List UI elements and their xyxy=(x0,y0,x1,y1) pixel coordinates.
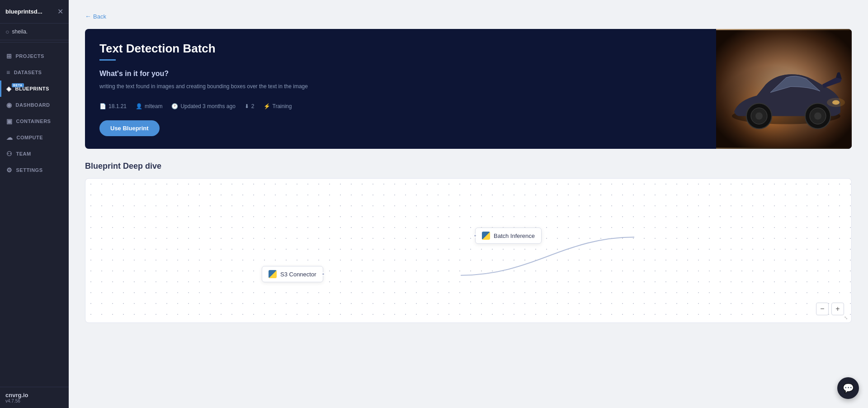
sidebar-brand: blueprintsd... xyxy=(5,8,42,15)
diagram-container[interactable]: S3 Connector Batch Inference − + ⤡ xyxy=(85,178,852,323)
car-illustration xyxy=(716,29,852,149)
sidebar-item-blueprints[interactable]: ◈ BETA BLUEPRINTS xyxy=(0,81,69,97)
sidebar-item-datasets[interactable]: ≡ DATASETS xyxy=(0,64,69,81)
deep-dive-title: Blueprint Deep dive xyxy=(85,161,852,171)
blueprint-meta: 📄 18.1.21 👤 mlteam 🕐 Updated 3 months ag… xyxy=(99,103,702,109)
sidebar-divider xyxy=(0,42,69,43)
s3-right-port xyxy=(321,272,325,276)
sidebar-header: blueprintsd... ✕ xyxy=(0,0,69,24)
sidebar-item-label: SETTINGS xyxy=(16,167,43,173)
batch-left-port xyxy=(473,234,477,237)
sidebar-item-settings[interactable]: ⚙ SETTINGS xyxy=(0,162,69,178)
back-label: Back xyxy=(93,13,106,20)
sidebar-item-label: DASHBOARD xyxy=(16,102,50,108)
blueprint-title: Text Detection Batch xyxy=(99,42,702,56)
sidebar-item-team[interactable]: ⚇ TEAM xyxy=(0,146,69,162)
blueprint-description: writing the text found in images and cre… xyxy=(99,82,702,90)
author-value: mlteam xyxy=(145,103,162,109)
diagram-controls: − + xyxy=(816,303,844,315)
blueprint-subtitle: What's in it for you? xyxy=(99,70,702,78)
meta-downloads: ⬇ 2 xyxy=(245,103,255,109)
blueprint-title-underline xyxy=(99,59,116,61)
zoom-out-button[interactable]: − xyxy=(816,303,829,315)
meta-version: 📄 18.1.21 xyxy=(99,103,127,109)
sidebar: blueprintsd... ✕ ○ sheila. ⊞ PROJECTS ≡ … xyxy=(0,0,69,408)
sidebar-item-label: PROJECTS xyxy=(16,53,44,59)
blueprints-icon: ◈ xyxy=(6,85,12,92)
clock-icon: 🕐 xyxy=(171,103,178,109)
use-blueprint-button[interactable]: Use Blueprint xyxy=(99,120,160,136)
svg-point-8 xyxy=(814,113,821,120)
svg-point-5 xyxy=(755,113,763,120)
version-value: 18.1.21 xyxy=(108,103,127,109)
sidebar-item-dashboard[interactable]: ◉ DASHBOARD xyxy=(0,97,69,113)
footer-brand: cnvrg.io xyxy=(5,392,63,399)
zoom-in-button[interactable]: + xyxy=(831,303,844,315)
chat-bubble[interactable]: 💬 xyxy=(837,377,859,399)
s3-connector-node[interactable]: S3 Connector xyxy=(262,266,323,282)
sidebar-item-compute[interactable]: ☁ COMPUTE xyxy=(0,129,69,146)
batch-inference-node[interactable]: Batch Inference xyxy=(475,228,542,244)
back-link[interactable]: ← Back xyxy=(85,13,852,20)
main-content: ← Back Text Detection Batch What's in it… xyxy=(69,0,868,408)
compute-icon: ☁ xyxy=(6,134,13,141)
sidebar-nav: ⊞ PROJECTS ≡ DATASETS ◈ BETA BLUEPRINTS … xyxy=(0,44,69,387)
footer-version: v4.7.56 xyxy=(5,399,63,403)
chat-icon: 💬 xyxy=(843,383,854,394)
beta-badge: BETA xyxy=(12,83,24,87)
containers-icon: ▣ xyxy=(6,118,13,125)
file-icon: 📄 xyxy=(99,103,106,109)
s3-connector-label: S3 Connector xyxy=(280,271,316,278)
sidebar-item-containers[interactable]: ▣ CONTAINERS xyxy=(0,113,69,129)
download-icon: ⬇ xyxy=(245,103,249,109)
svg-point-10 xyxy=(827,98,845,107)
user-icon: ○ xyxy=(5,28,9,35)
updated-value: Updated 3 months ago xyxy=(180,103,235,109)
meta-tag: ⚡ Training xyxy=(264,103,292,109)
sidebar-item-label: CONTAINERS xyxy=(16,119,51,124)
sidebar-item-label: DATASETS xyxy=(14,70,42,75)
diagram-dots-bg xyxy=(85,179,851,323)
user-meta-icon: 👤 xyxy=(136,103,142,109)
team-icon: ⚇ xyxy=(6,150,13,157)
tag-icon: ⚡ xyxy=(264,103,270,109)
settings-icon: ⚙ xyxy=(6,166,13,174)
blueprint-image xyxy=(716,29,852,149)
sidebar-item-label: COMPUTE xyxy=(17,135,43,140)
blueprint-content: Text Detection Batch What's in it for yo… xyxy=(85,29,716,149)
batch-inference-label: Batch Inference xyxy=(494,232,535,239)
tag-value: Training xyxy=(273,103,292,109)
sidebar-user: ○ sheila. xyxy=(0,24,69,40)
python-icon xyxy=(269,270,277,278)
resize-handle[interactable]: ⤡ xyxy=(844,315,849,321)
back-arrow-icon: ← xyxy=(85,13,91,20)
sidebar-close-icon[interactable]: ✕ xyxy=(57,7,63,16)
python-icon-2 xyxy=(482,232,490,240)
downloads-value: 2 xyxy=(251,103,255,109)
dashboard-icon: ◉ xyxy=(6,101,12,109)
projects-icon: ⊞ xyxy=(6,52,12,60)
datasets-icon: ≡ xyxy=(6,69,10,76)
sidebar-footer: cnvrg.io v4.7.56 xyxy=(0,387,69,408)
meta-author: 👤 mlteam xyxy=(136,103,162,109)
sidebar-username: sheila. xyxy=(12,28,28,35)
sidebar-item-label: TEAM xyxy=(16,151,31,157)
blueprint-card: Text Detection Batch What's in it for yo… xyxy=(85,29,852,149)
sidebar-item-projects[interactable]: ⊞ PROJECTS xyxy=(0,48,69,64)
meta-updated: 🕐 Updated 3 months ago xyxy=(171,103,235,109)
